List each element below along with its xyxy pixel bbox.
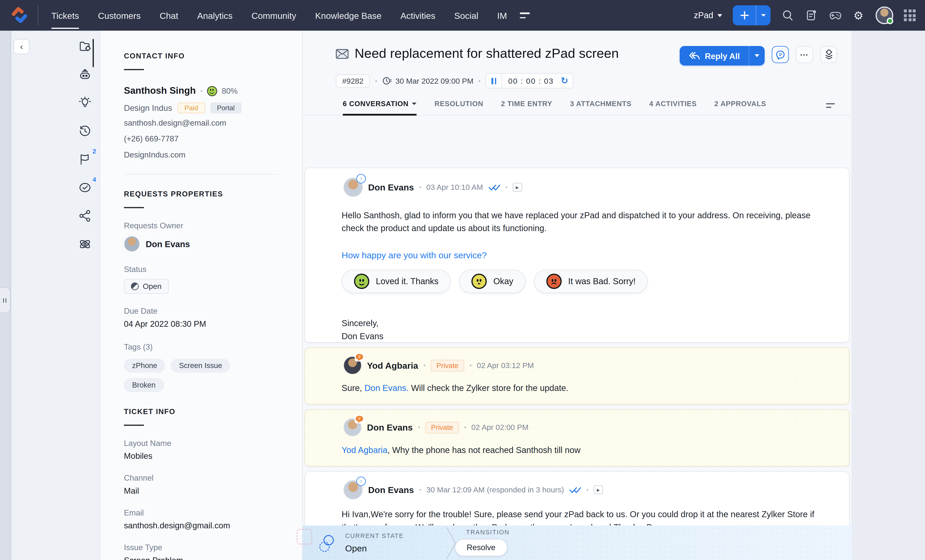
expand-message-icon[interactable]: ▶ [512,183,522,191]
panel-divider [124,174,279,175]
contact-info-title: CONTACT INFO [124,52,302,60]
feeds-icon[interactable] [805,9,818,22]
user-avatar[interactable] [875,6,893,24]
message-author[interactable]: Don Evans [367,422,413,432]
contact-phone[interactable]: (+26) 669-7787 [124,133,302,145]
feedback-options: Loved it. Thanks Okay It was Bad. Sorry! [305,260,849,293]
status-open-icon [131,283,139,290]
nav-items: Tickets Customers Chat Analytics Communi… [42,0,536,31]
private-note-badge-icon [354,353,365,361]
timer-pause-button[interactable] [487,74,502,88]
plus-icon[interactable] [733,5,756,26]
tag-screen-issue[interactable]: Screen Issue [171,359,230,373]
reply-all-icon [688,51,699,60]
status-label: Status [124,265,302,274]
tab-conversation[interactable]: 6 CONVERSATION [343,100,417,115]
tab-time-entry[interactable]: 2 TIME ENTRY [501,100,552,115]
feedback-okay-label: Okay [493,277,513,286]
email-label: Email [124,509,302,517]
nav-item-social[interactable]: Social [445,0,488,31]
email-value[interactable]: santhosh.design@gmail.com [124,521,302,530]
resolve-button[interactable]: Resolve [455,539,507,556]
nav-item-activities[interactable]: Activities [391,0,444,31]
owner-name[interactable]: Don Evans [146,239,190,248]
paid-badge: Paid [178,103,205,113]
outgoing-reply-badge-icon: ↑ [356,477,366,486]
tab-resolution[interactable]: RESOLUTION [435,100,484,115]
tags-label: Tags (3) [124,343,302,351]
survey-question-link[interactable]: How happy are you with our service? [305,235,849,260]
nav-item-knowledge-base[interactable]: Knowledge Base [306,0,391,31]
expand-message-icon[interactable]: ▶ [594,485,603,494]
ticket-timer: 00 : 00 : 03 ↻ [486,73,574,89]
history-icon[interactable] [78,124,92,138]
blueprint-transition-bar: CURRENT STATE Open TRANSITION Resolve [303,525,851,560]
add-dropdown-arrow[interactable] [756,5,770,26]
nav-item-chat[interactable]: Chat [150,0,188,31]
section-rule [124,425,144,426]
message-author[interactable]: Don Evans [368,485,414,495]
ticket-created-date: 30 Mar 2022 09:00 PM [382,77,473,85]
private-note-card: Don Evans Private 02 Apr 02:00 PM Yod Ag… [304,409,850,467]
chevron-down-icon [412,103,417,105]
bot-icon[interactable] [78,67,92,81]
issue-type-value[interactable]: Screen Problem [124,555,302,560]
feedback-bad-button[interactable]: It was Bad. Sorry! [534,269,648,293]
share-icon[interactable] [78,209,92,223]
tasks-flag-icon[interactable]: 2 [78,152,92,166]
tab-approvals[interactable]: 2 APPROVALS [714,100,766,115]
contact-website[interactable]: DesignIndus.com [124,149,302,161]
feedback-bad-label: It was Bad. Sorry! [568,277,636,286]
approvals-check-icon[interactable]: 4 [78,181,92,194]
mail-envelope-icon [336,45,349,65]
app-root: Tickets Customers Chat Analytics Communi… [0,0,925,560]
nav-item-analytics[interactable]: Analytics [188,0,242,31]
nav-item-community[interactable]: Community [242,0,306,31]
more-actions-button[interactable]: ••• [796,46,813,63]
due-date-value[interactable]: 04 Apr 2022 08:30 PM [124,319,302,328]
nav-item-customers[interactable]: Customers [89,0,150,31]
nav-item-tickets[interactable]: Tickets [42,0,89,31]
zoho-desk-logo-icon[interactable] [9,5,30,26]
contact-email[interactable]: santhosh.design@email.com [124,117,302,129]
tab-attachments[interactable]: 3 ATTACHMENTS [570,100,631,115]
channel-value[interactable]: Mail [124,486,302,495]
nav-overflow-icon[interactable] [520,12,530,18]
layout-name-value[interactable]: Mobiles [124,451,302,461]
feedback-loved-button[interactable]: Loved it. Thanks [342,269,451,293]
collapse-panel-button[interactable]: ‹ [14,39,29,54]
feedback-okay-button[interactable]: Okay [459,269,526,293]
reply-all-button[interactable]: Reply All [679,46,765,65]
message-author[interactable]: Yod Agbaria [367,360,418,370]
contact-name[interactable]: Santhosh Singh [124,86,196,96]
add-ticket-button[interactable] [733,5,770,26]
nav-item-im[interactable]: IM [488,0,516,31]
status-badge[interactable]: Open [124,279,169,294]
panel-drag-handle[interactable]: II [0,287,11,313]
integrations-atom-icon[interactable] [78,237,92,251]
tabs-overflow-icon[interactable] [826,103,835,115]
reply-dropdown-arrow[interactable] [749,46,765,65]
layers-button[interactable] [820,46,837,63]
suggestions-bulb-icon[interactable] [78,95,92,110]
department-selector[interactable]: zPad [694,11,722,20]
feedback-loved-label: Loved it. Thanks [376,277,438,286]
tag-broken[interactable]: Broken [124,378,164,392]
settings-gear-icon[interactable]: ⚙ [852,9,865,22]
avatar-yod-agbaria [343,356,362,375]
ticket-properties-icon[interactable] [78,39,92,53]
tag-zphone[interactable]: zPhone [124,359,166,373]
avatar-don-evans: ↑ [343,178,363,197]
message-author[interactable]: Don Evans [368,182,414,193]
apps-grid-icon[interactable] [904,9,916,21]
tab-activities[interactable]: 4 ACTIVITIES [649,100,697,115]
contact-company[interactable]: Design Indus [124,103,172,113]
comment-bubble-button[interactable] [772,46,789,63]
mention-link[interactable]: Don Evans. [365,383,409,393]
search-icon[interactable] [781,9,794,22]
mention-link[interactable]: Yod Agbaria [342,445,387,455]
gamescope-icon[interactable] [829,9,842,22]
top-nav: Tickets Customers Chat Analytics Communi… [0,0,925,31]
timer-refresh-icon[interactable]: ↻ [560,75,573,86]
outgoing-reply-badge-icon: ↑ [356,174,366,184]
